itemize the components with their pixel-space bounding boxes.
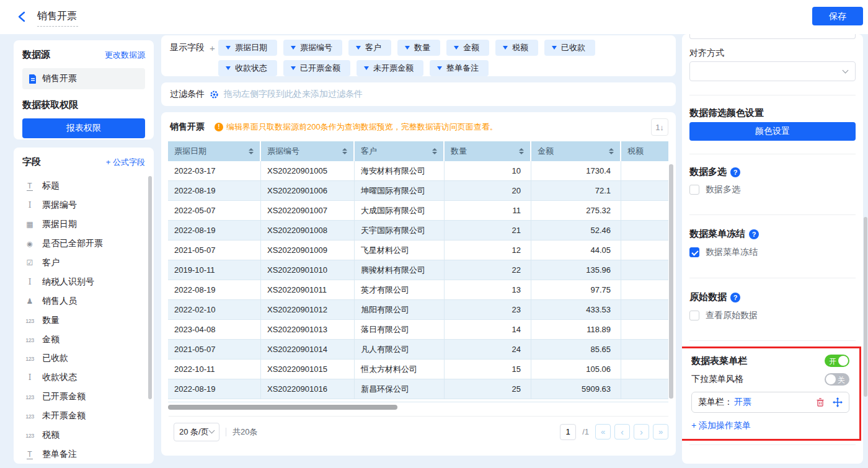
sort-icon[interactable] bbox=[342, 148, 347, 154]
chevron-down-icon[interactable] bbox=[356, 46, 361, 50]
sort-icon[interactable] bbox=[519, 148, 524, 154]
sort-icon[interactable] bbox=[609, 148, 614, 154]
table-cell: 97.75 bbox=[531, 280, 621, 300]
report-permission-button[interactable]: 报表权限 bbox=[22, 118, 145, 138]
display-field-chip[interactable]: 金额 bbox=[446, 40, 489, 56]
raw-data-checkbox[interactable] bbox=[689, 311, 699, 320]
field-list-item[interactable]: 纳税人识别号 bbox=[14, 272, 154, 291]
dropdown-style-toggle[interactable]: 关 bbox=[825, 373, 849, 386]
menu-item[interactable]: 菜单栏： 开票 bbox=[691, 392, 849, 413]
first-page-button[interactable] bbox=[595, 424, 611, 439]
table-body: 2022-03-17XS20220901005海安材料有限公司101730.42… bbox=[168, 161, 668, 399]
column-header[interactable]: 客户 bbox=[355, 141, 445, 161]
page-size-select[interactable]: 20 条/页 bbox=[174, 423, 219, 441]
field-list-item[interactable]: 标题 bbox=[14, 177, 154, 196]
sort-icon[interactable] bbox=[432, 148, 437, 154]
field-list-item[interactable]: 销售人员 bbox=[14, 291, 154, 311]
menu-freeze-checkbox[interactable] bbox=[689, 247, 699, 257]
help-icon[interactable] bbox=[730, 167, 740, 177]
page-total-label: /1 bbox=[582, 427, 589, 436]
column-header[interactable]: 数量 bbox=[445, 141, 531, 161]
save-button[interactable]: 保存 bbox=[812, 7, 863, 25]
column-header[interactable]: 票据编号 bbox=[261, 141, 355, 161]
align-select[interactable] bbox=[689, 61, 856, 81]
display-field-chip[interactable]: 票据编号 bbox=[283, 40, 342, 56]
display-field-chip[interactable]: 已收款 bbox=[544, 40, 595, 56]
field-list-item[interactable]: 数量 bbox=[14, 311, 154, 330]
table-cell: 13 bbox=[445, 280, 531, 300]
multi-select-checkbox[interactable] bbox=[689, 185, 699, 195]
sort-order-icon[interactable]: 1↓ bbox=[651, 118, 668, 136]
change-datasource-link[interactable]: 更改数据源 bbox=[105, 50, 145, 61]
table-cell: 天宇国际有限公司 bbox=[355, 221, 445, 241]
field-list-item[interactable]: 票据日期 bbox=[14, 215, 154, 234]
chevron-down-icon[interactable] bbox=[454, 46, 459, 50]
field-list-item[interactable]: 税额 bbox=[14, 426, 154, 445]
field-list-item[interactable]: 票据编号 bbox=[14, 196, 154, 215]
table-row: 2022-08-19XS20220901006坤曜国际有限公司2072.1 bbox=[168, 181, 668, 201]
page-number-input[interactable] bbox=[560, 424, 576, 440]
chevron-down-icon[interactable] bbox=[437, 66, 442, 70]
table-cell: 72.1 bbox=[531, 181, 621, 201]
prev-page-button[interactable] bbox=[614, 424, 630, 439]
page-scrollbar[interactable] bbox=[864, 217, 867, 397]
field-list-item[interactable]: 客户 bbox=[14, 254, 154, 273]
gear-icon[interactable] bbox=[210, 90, 219, 99]
field-label: 已开票金额 bbox=[42, 391, 86, 402]
field-list-item[interactable]: 已收款 bbox=[14, 349, 154, 368]
fields-scrollbar[interactable] bbox=[148, 176, 152, 399]
table-scrollbar[interactable] bbox=[669, 164, 673, 399]
chevron-down-icon[interactable] bbox=[226, 66, 231, 70]
chevron-down-icon[interactable] bbox=[503, 46, 508, 50]
multi-select-title: 数据多选 bbox=[689, 166, 727, 178]
column-header[interactable]: 金额 bbox=[531, 141, 621, 161]
field-list-item[interactable]: 已开票金额 bbox=[14, 387, 154, 407]
move-icon[interactable] bbox=[833, 397, 843, 407]
column-header[interactable]: 税额 bbox=[621, 141, 668, 161]
field-list-item[interactable]: 整单备注 bbox=[14, 444, 154, 464]
datasource-item[interactable]: 销售开票 bbox=[22, 68, 145, 89]
field-list-item[interactable]: 未开票金额 bbox=[14, 407, 154, 426]
field-type-icon bbox=[24, 316, 36, 325]
cutoff-select[interactable] bbox=[689, 34, 856, 39]
chevron-down-icon[interactable] bbox=[552, 46, 557, 50]
sort-icon[interactable] bbox=[249, 148, 254, 154]
chevron-down-icon[interactable] bbox=[291, 66, 296, 70]
chevron-down-icon[interactable] bbox=[405, 46, 410, 50]
display-field-chip[interactable]: 收款状态 bbox=[218, 60, 277, 76]
display-fields-label: 显示字段 bbox=[170, 42, 205, 53]
display-field-chip[interactable]: 整单备注 bbox=[430, 60, 489, 76]
add-display-field-icon[interactable]: + bbox=[210, 43, 215, 53]
field-list-item[interactable]: 收款状态 bbox=[14, 368, 154, 387]
filter-dropzone-placeholder[interactable]: 拖动左侧字段到此处来添加过滤条件 bbox=[224, 89, 363, 100]
add-action-menu-link[interactable]: + 添加操作菜单 bbox=[691, 420, 849, 431]
chevron-down-icon[interactable] bbox=[226, 46, 231, 50]
divider bbox=[689, 214, 856, 215]
display-chips-row: 收款状态 已开票金额 未开票金额 整单备注 bbox=[218, 60, 595, 76]
display-field-chip[interactable]: 客户 bbox=[348, 40, 391, 56]
help-icon[interactable] bbox=[749, 229, 759, 239]
display-field-chip[interactable]: 税额 bbox=[495, 40, 538, 56]
column-header[interactable]: 票据日期 bbox=[168, 141, 261, 161]
chevron-down-icon[interactable] bbox=[364, 66, 369, 70]
display-field-chip[interactable]: 未开票金额 bbox=[356, 60, 423, 76]
chevron-down-icon[interactable] bbox=[291, 46, 296, 50]
field-list-item[interactable]: 是否已全部开票 bbox=[14, 234, 154, 254]
table-menubar-toggle[interactable]: 开 bbox=[825, 355, 849, 367]
next-page-button[interactable] bbox=[634, 424, 649, 439]
table-cell: 落日有限公司 bbox=[355, 320, 445, 340]
warning-text: 编辑界面只取数据源前200条作为查询数据预览，完整数据请访问页面查看。 bbox=[226, 121, 498, 133]
field-list-item[interactable]: 金额 bbox=[14, 330, 154, 349]
display-field-chip[interactable]: 已开票金额 bbox=[283, 60, 350, 76]
display-field-chip[interactable]: 票据日期 bbox=[218, 40, 277, 56]
column-header-label: 客户 bbox=[361, 146, 377, 157]
horizontal-scrollbar[interactable] bbox=[168, 405, 397, 410]
color-settings-button[interactable]: 颜色设置 bbox=[689, 122, 856, 141]
help-icon[interactable] bbox=[730, 293, 740, 302]
table-cell: 大成国际有限公司 bbox=[355, 201, 445, 221]
last-page-button[interactable] bbox=[653, 424, 668, 439]
add-formula-field-link[interactable]: + 公式字段 bbox=[106, 157, 145, 168]
trash-icon[interactable] bbox=[815, 397, 825, 407]
back-icon[interactable] bbox=[17, 11, 26, 22]
display-field-chip[interactable]: 数量 bbox=[397, 40, 440, 56]
